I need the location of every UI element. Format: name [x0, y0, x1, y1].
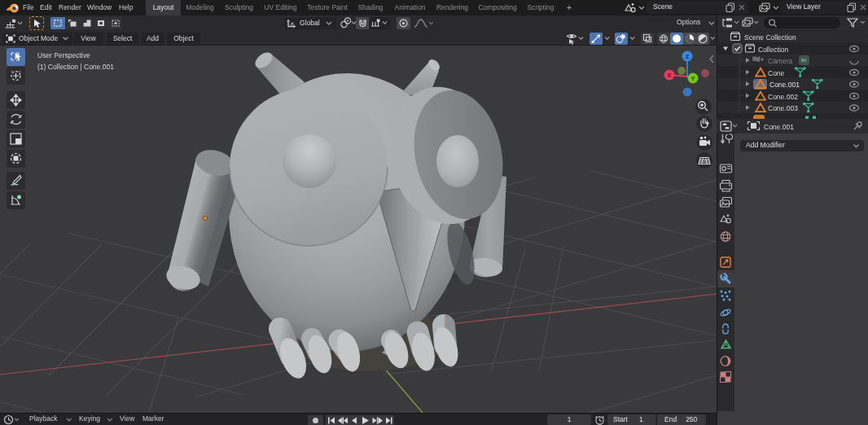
- svg-text:Collection: Collection: [758, 46, 789, 54]
- svg-text:Cone.003: Cone.003: [768, 104, 798, 112]
- svg-text:Cone.001: Cone.001: [769, 81, 800, 89]
- svg-text:Y: Y: [690, 75, 695, 82]
- svg-text:User Perspective: User Perspective: [37, 51, 90, 59]
- svg-text:Cone.002: Cone.002: [768, 93, 798, 101]
- svg-text:Camera: Camera: [768, 57, 793, 65]
- svg-text:Cone.001: Cone.001: [764, 123, 794, 131]
- svg-text:(1) Collection | Cone.001: (1) Collection | Cone.001: [37, 63, 114, 71]
- svg-text:Cone: Cone: [768, 69, 785, 77]
- svg-text:Scene Collection: Scene Collection: [744, 33, 796, 42]
- svg-text:Z: Z: [686, 53, 690, 60]
- svg-text:X: X: [667, 72, 671, 79]
